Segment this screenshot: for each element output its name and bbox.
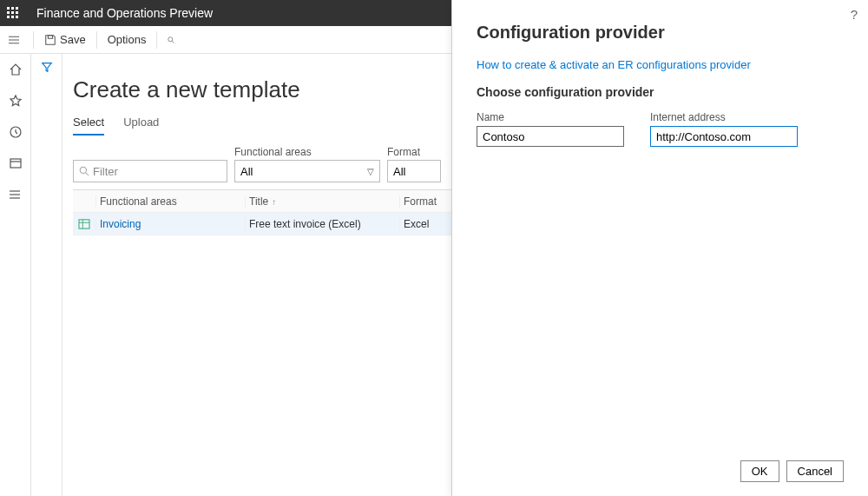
- row-functional-area[interactable]: Invoicing: [95, 218, 245, 230]
- svg-point-23: [10, 191, 10, 192]
- svg-rect-7: [11, 16, 14, 18]
- separator: [33, 31, 34, 49]
- tab-select[interactable]: Select: [73, 116, 104, 136]
- panel-title: Configuration provider: [477, 23, 844, 43]
- svg-rect-28: [79, 219, 89, 228]
- svg-line-16: [173, 41, 174, 43]
- sort-asc-icon: ↑: [272, 197, 276, 207]
- tab-upload[interactable]: Upload: [123, 116, 159, 136]
- svg-rect-8: [16, 16, 18, 18]
- nav-toggle-button[interactable]: [0, 26, 31, 54]
- name-input[interactable]: [477, 126, 624, 147]
- svg-rect-5: [16, 11, 18, 14]
- form-row: Name Internet address: [477, 111, 844, 147]
- svg-point-25: [10, 198, 10, 199]
- row-format: Excel: [399, 218, 451, 230]
- options-label: Options: [108, 33, 147, 46]
- svg-rect-4: [11, 11, 14, 14]
- format-select[interactable]: All: [387, 160, 441, 182]
- svg-point-26: [80, 167, 87, 174]
- svg-rect-6: [7, 16, 10, 18]
- configuration-provider-panel: ? Configuration provider How to create &…: [451, 0, 868, 496]
- home-icon[interactable]: [7, 61, 24, 78]
- favorites-icon[interactable]: [7, 92, 24, 109]
- save-label: Save: [60, 33, 86, 46]
- internet-address-input[interactable]: [650, 126, 798, 147]
- url-label: Internet address: [650, 111, 798, 123]
- left-nav-rail: [0, 54, 31, 496]
- svg-rect-1: [11, 7, 14, 10]
- app-title: Finance and Operations Preview: [26, 6, 223, 20]
- svg-line-27: [86, 173, 89, 175]
- name-field-group: Name: [477, 111, 624, 147]
- functional-areas-select[interactable]: All ▽: [234, 160, 380, 182]
- filter-placeholder: Filter: [93, 165, 118, 178]
- format-label: Format: [387, 146, 441, 158]
- row-type-icon: [73, 219, 95, 229]
- action-search-button[interactable]: [159, 26, 187, 54]
- url-field-group: Internet address: [650, 111, 798, 147]
- modules-icon[interactable]: [7, 186, 24, 203]
- svg-point-24: [10, 195, 10, 195]
- recent-icon[interactable]: [7, 123, 24, 141]
- app-launcher-icon[interactable]: [0, 0, 26, 26]
- ok-button[interactable]: OK: [740, 460, 779, 482]
- svg-point-15: [168, 36, 173, 41]
- col-title[interactable]: Title↑: [245, 195, 399, 208]
- svg-rect-18: [10, 159, 21, 168]
- help-icon[interactable]: ?: [851, 7, 858, 22]
- panel-footer: OK Cancel: [477, 460, 844, 482]
- svg-rect-0: [7, 7, 10, 10]
- save-button[interactable]: Save: [36, 26, 95, 54]
- functional-areas-value: All: [240, 165, 253, 178]
- search-icon: [79, 166, 89, 176]
- name-label: Name: [477, 111, 624, 123]
- svg-rect-14: [48, 35, 52, 38]
- how-to-link[interactable]: How to create & activate an ER configura…: [477, 58, 844, 71]
- filter-pane-toggle[interactable]: [31, 54, 62, 496]
- svg-rect-3: [7, 11, 10, 14]
- cancel-button[interactable]: Cancel: [786, 460, 844, 482]
- spacer: [73, 146, 227, 158]
- svg-rect-2: [16, 7, 18, 10]
- separator: [156, 31, 157, 49]
- format-value: All: [393, 165, 405, 178]
- options-button[interactable]: Options: [99, 26, 155, 54]
- filter-input[interactable]: Filter: [73, 160, 227, 182]
- separator: [96, 31, 97, 49]
- workspaces-icon[interactable]: [7, 155, 24, 172]
- panel-subtitle: Choose configuration provider: [477, 85, 844, 99]
- col-functional-areas[interactable]: Functional areas: [95, 195, 245, 208]
- col-format[interactable]: Format: [399, 195, 451, 208]
- functional-areas-label: Functional areas: [234, 146, 380, 158]
- chevron-down-icon: ▽: [367, 167, 374, 176]
- row-title: Free text invoice (Excel): [245, 218, 399, 230]
